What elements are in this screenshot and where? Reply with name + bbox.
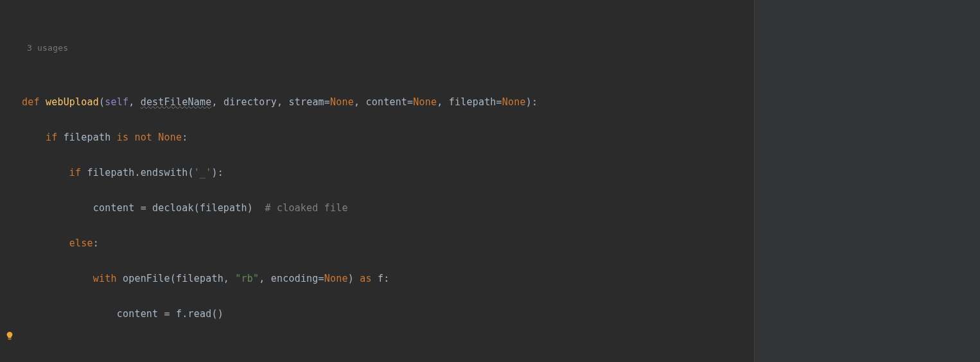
code-line: with openFile(filepath, "rb", encoding=N…	[22, 270, 754, 288]
right-panel	[754, 0, 980, 362]
code-line	[22, 341, 754, 359]
code-editor[interactable]: 3 usages def webUpload(self, destFileNam…	[4, 0, 754, 362]
usages-hint[interactable]: 3 usages	[22, 39, 754, 57]
code-line: content = decloak(filepath) # cloaked fi…	[22, 200, 754, 218]
code-line: else:	[22, 235, 754, 253]
code-line: if filepath is not None:	[22, 129, 754, 147]
editor-wrap: 3 usages def webUpload(self, destFileNam…	[0, 0, 980, 362]
code-line: def webUpload(self, destFileName, direct…	[22, 94, 754, 112]
code-line: content = f.read()	[22, 306, 754, 323]
code-line: if filepath.endswith('_'):	[22, 164, 754, 182]
